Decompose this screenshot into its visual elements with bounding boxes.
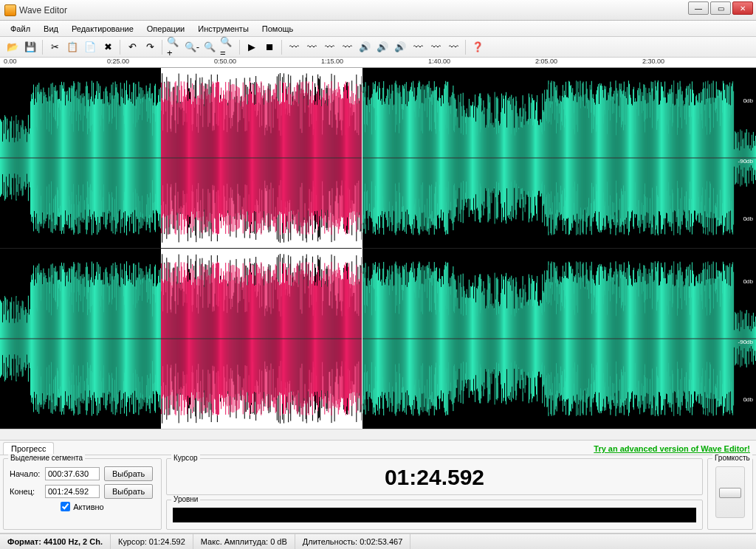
waveform-area[interactable]: 0db-90db0db0db-90db0db — [0, 68, 756, 429]
ruler-tick: 2:30.00 — [642, 58, 664, 65]
wave-icon[interactable]: 〰 — [339, 39, 355, 55]
toolbar-separator — [162, 40, 162, 55]
wave-icon[interactable]: 〰 — [303, 39, 320, 55]
wave-icon[interactable]: 〰 — [445, 39, 461, 55]
status-cursor: Курсор: 01:24.592 — [111, 534, 193, 549]
redo-icon[interactable]: ↷ — [142, 39, 158, 55]
segment-group: Выделение сегмента Начало: Выбрать Конец… — [3, 458, 162, 530]
status-duration: Длительность: 0:02:53.467 — [295, 534, 411, 549]
status-format: Формат: 44100 Hz, 2 Ch. — [0, 534, 111, 549]
vol-down-icon[interactable]: 🔊 — [374, 39, 391, 55]
titlebar: Wave Editor — ▭ ✕ — [0, 0, 756, 21]
ruler-tick: 0:50.00 — [214, 58, 236, 65]
statusbar: Формат: 44100 Hz, 2 Ch. Курсор: 01:24.59… — [0, 534, 756, 549]
level-meter — [173, 508, 696, 522]
time-ruler[interactable]: 0.000:25.000:50.001:15.001:40.002:05.002… — [0, 58, 756, 68]
wave-icon[interactable]: 〰 — [410, 39, 426, 55]
cut-icon[interactable]: ✂ — [47, 39, 63, 55]
open-icon[interactable]: 📂 — [4, 39, 21, 55]
db-label: 0db — [743, 396, 753, 403]
menu-edit[interactable]: Редактирование — [66, 23, 140, 35]
db-scale: 0db-90db0db0db-90db0db — [732, 68, 755, 429]
stop-icon[interactable]: ⏹ — [261, 39, 278, 55]
toolbar-separator — [281, 40, 282, 55]
ruler-tick: 1:40.00 — [428, 58, 450, 65]
cursor-time-display: 01:24.592 — [173, 463, 696, 491]
zoom-in-icon[interactable]: 🔍+ — [166, 39, 182, 55]
save-icon[interactable]: 💾 — [22, 39, 38, 55]
undo-icon[interactable]: ↶ — [124, 39, 140, 55]
channel-left[interactable] — [0, 68, 756, 248]
db-label: 0db — [743, 215, 753, 222]
tab-strip: Прогресс Try an advanced version of Wave… — [0, 441, 756, 455]
db-label: -90db — [738, 158, 753, 165]
copy-icon[interactable]: 📋 — [64, 39, 80, 55]
vol-up-icon[interactable]: 🔊 — [357, 39, 373, 55]
paste-icon[interactable]: 📄 — [82, 39, 98, 55]
advanced-version-link[interactable]: Try an advanced version of Wave Editor! — [588, 443, 756, 455]
volume-title: Громкость — [712, 454, 752, 462]
close-button[interactable]: ✕ — [732, 1, 753, 15]
tab-progress[interactable]: Прогресс — [3, 442, 54, 455]
ruler-tick: 2:05.00 — [535, 58, 557, 65]
playback-cursor[interactable] — [362, 68, 362, 429]
wave-icon[interactable]: 〰 — [321, 39, 337, 55]
maximize-button[interactable]: ▭ — [710, 1, 731, 15]
volume-slider[interactable] — [715, 466, 745, 518]
toolbar-separator — [239, 40, 240, 55]
wave-icon[interactable]: 〰 — [427, 39, 444, 55]
vol-icon[interactable]: 🔊 — [392, 39, 408, 55]
toolbar-separator — [120, 40, 120, 55]
segment-active-checkbox[interactable] — [61, 502, 70, 511]
ruler-tick: 1:15.00 — [321, 58, 343, 65]
menu-operations[interactable]: Операции — [141, 23, 190, 35]
cursor-title: Курсор — [171, 454, 200, 462]
volume-group: Громкость — [707, 458, 753, 530]
db-label: -90db — [738, 339, 753, 345]
minimize-button[interactable]: — — [688, 1, 709, 15]
segment-title: Выделение сегмента — [8, 454, 85, 462]
zoom-icon[interactable]: 🔍 — [202, 39, 218, 55]
toolbar: 📂💾✂📋📄✖↶↷🔍+🔍-🔍🔍=▶⏹〰〰〰〰🔊🔊🔊〰〰〰❓ — [0, 37, 756, 58]
horizontal-scrollbar[interactable] — [0, 429, 756, 441]
cursor-group: Курсор 01:24.592 — [166, 458, 703, 495]
toolbar-separator — [42, 40, 43, 55]
segment-start-input[interactable] — [45, 467, 100, 480]
help-icon[interactable]: ❓ — [470, 39, 486, 55]
status-amplitude: Макс. Амплитуда: 0 dB — [193, 534, 295, 549]
db-label: 0db — [743, 278, 753, 285]
zoom-out-icon[interactable]: 🔍- — [184, 39, 200, 55]
menu-help[interactable]: Помощь — [256, 23, 300, 35]
app-icon — [4, 4, 16, 16]
play-icon[interactable]: ▶ — [244, 39, 260, 55]
channel-right[interactable] — [0, 249, 756, 429]
levels-group: Уровни — [166, 500, 703, 530]
delete-icon[interactable]: ✖ — [100, 39, 116, 55]
menubar: Файл Вид Редактирование Операции Инструм… — [0, 21, 756, 37]
bottom-panel: Выделение сегмента Начало: Выбрать Конец… — [0, 455, 756, 534]
menu-tools[interactable]: Инструменты — [192, 23, 255, 35]
segment-start-select-button[interactable]: Выбрать — [104, 466, 153, 481]
zoom-fit-icon[interactable]: 🔍= — [219, 39, 236, 55]
menu-file[interactable]: Файл — [4, 23, 36, 35]
menu-view[interactable]: Вид — [38, 23, 64, 35]
segment-start-label: Начало: — [10, 469, 41, 478]
ruler-tick: 0.00 — [4, 58, 17, 65]
segment-end-select-button[interactable]: Выбрать — [104, 484, 153, 499]
wave-icon[interactable]: 〰 — [286, 39, 302, 55]
segment-active-label: Активно — [73, 503, 104, 511]
levels-title: Уровни — [171, 495, 200, 503]
segment-end-label: Конец: — [10, 487, 41, 496]
db-label: 0db — [743, 97, 753, 104]
segment-end-input[interactable] — [45, 485, 100, 498]
window-title: Wave Editor — [19, 5, 67, 15]
ruler-tick: 0:25.00 — [107, 58, 129, 65]
toolbar-separator — [465, 40, 466, 55]
